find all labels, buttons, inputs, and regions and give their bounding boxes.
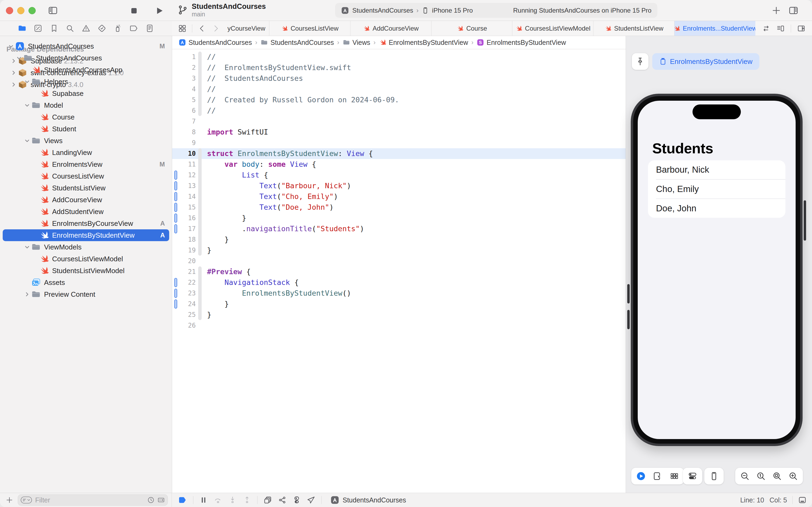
scheme-selector[interactable]: StudentsAndCourses › iPhone 15 Pro Runni… [335, 3, 657, 18]
breadcrumb-views[interactable]: Views [343, 39, 370, 47]
zoom-window-button[interactable] [28, 7, 36, 14]
live-preview-play-icon[interactable] [636, 471, 646, 481]
sidebar-item-studentsandcoursesapp[interactable]: StudentsAndCoursesApp [3, 64, 169, 76]
editor-options-icon[interactable] [776, 24, 785, 33]
sidebar-item-enrolmentsview[interactable]: EnrolmentsViewM [3, 158, 169, 170]
reports-icon[interactable] [145, 24, 154, 33]
breadcrumb-enrolmentsbystudentview[interactable]: EnrolmentsByStudentView [379, 39, 468, 47]
disclosure-down-icon[interactable] [23, 78, 31, 85]
sidebar-item-student[interactable]: Student [3, 123, 169, 135]
sidebar-item-views[interactable]: Views [3, 135, 169, 147]
appearance-icon[interactable] [292, 496, 301, 504]
sidebar-item-addcourseview[interactable]: AddCourseView [3, 194, 169, 206]
preferences-toggles-icon[interactable] [688, 471, 697, 481]
step-over-icon[interactable] [214, 496, 222, 504]
toggle-left-sidebar-icon[interactable] [48, 5, 58, 15]
code-line-20[interactable]: 20 [172, 256, 626, 266]
tab-enrolments-studentview[interactable]: Enrolments...StudentView [674, 21, 755, 36]
filter-icon[interactable] [20, 496, 33, 504]
zoom-out-icon[interactable] [740, 471, 750, 481]
tests-icon[interactable] [98, 24, 106, 33]
code-line-8[interactable]: 8import SwiftUI [172, 127, 626, 137]
toggle-debug-area-icon[interactable] [798, 496, 807, 504]
preview-target-pill[interactable]: EnrolmentsByStudentView [652, 53, 759, 70]
sidebar-item-studentsandcourses[interactable]: StudentsAndCourses [3, 52, 169, 64]
run-button[interactable] [154, 6, 164, 16]
code-line-24[interactable]: 24 } [172, 299, 626, 309]
add-file-button[interactable] [5, 496, 13, 504]
zoom-in-icon[interactable] [789, 471, 798, 481]
sidebar-item-studentsandcourses[interactable]: StudentsAndCoursesM [3, 40, 169, 52]
sidebar-item-enrolmentsbystudentview[interactable]: EnrolmentsByStudentViewA [3, 229, 169, 241]
disclosure-right-icon[interactable] [23, 291, 31, 298]
scheme-project[interactable]: StudentsAndCourses [352, 7, 413, 14]
disclosure-down-icon[interactable] [23, 102, 31, 109]
running-app-label[interactable]: StudentsAndCourses [343, 496, 406, 504]
code-line-13[interactable]: 13 Text("Barbour, Nick") [172, 180, 626, 191]
sidebar-item-course[interactable]: Course [3, 111, 169, 123]
code-line-15[interactable]: 15 Text("Doe, John") [172, 202, 626, 213]
code-line-21[interactable]: 21#Preview { [172, 266, 626, 277]
code-line-9[interactable]: 9 [172, 137, 626, 148]
source-control-icon[interactable] [34, 24, 43, 33]
code-line-23[interactable]: 23 EnrolmentsByStudentView() [172, 288, 626, 299]
adjust-editor-icon[interactable] [762, 24, 770, 33]
code-line-18[interactable]: 18 } [172, 234, 626, 245]
related-items-icon[interactable] [178, 24, 187, 33]
sidebar-item-studentslistview[interactable]: StudentsListView [3, 182, 169, 194]
view-hierarchy-icon[interactable] [264, 496, 272, 504]
code-line-22[interactable]: 22 NavigationStack { [172, 277, 626, 288]
code-line-12[interactable]: 12 List { [172, 170, 626, 180]
tab-ycourseview[interactable]: yCourseView [225, 21, 269, 36]
issues-icon[interactable] [81, 24, 91, 33]
show-changes-icon[interactable] [157, 496, 165, 504]
bookmarks-icon[interactable] [50, 24, 59, 33]
sidebar-item-model[interactable]: Model [3, 99, 169, 111]
code-line-10[interactable]: 10struct EnrolmentsByStudentView: View { [172, 148, 626, 159]
breadcrumb-studentsandcourses[interactable]: StudentsAndCourses [179, 39, 252, 47]
stop-button[interactable] [129, 6, 138, 15]
disclosure-down-icon[interactable] [23, 243, 31, 250]
memory-graph-icon[interactable] [278, 496, 287, 504]
code-line-2[interactable]: 2// EnrolmentsByStudentView.swift [172, 62, 626, 73]
step-out-icon[interactable] [243, 496, 251, 504]
sidebar-item-supabase[interactable]: Supabase [3, 88, 169, 99]
tab-courseslistview[interactable]: CoursesListView [269, 21, 350, 36]
code-line-5[interactable]: 5// Created by Russell Gordon on 2024-06… [172, 95, 626, 105]
zoom-100-icon[interactable] [756, 471, 766, 481]
disclosure-down-icon[interactable] [7, 43, 15, 50]
disclosure-down-icon[interactable] [15, 55, 23, 61]
find-icon[interactable] [65, 24, 74, 33]
sidebar-item-courseslistview[interactable]: CoursesListView [3, 170, 169, 182]
minimize-button[interactable] [17, 7, 24, 14]
sidebar-item-enrolmentsbycourseview[interactable]: EnrolmentsByCourseViewA [3, 218, 169, 229]
sidebar-item-addstudentview[interactable]: AddStudentView [3, 206, 169, 218]
sidebar-item-viewmodels[interactable]: ViewModels [3, 241, 169, 253]
pin-preview-button[interactable] [632, 53, 648, 70]
zoom-fit-icon[interactable] [772, 471, 782, 481]
preview-screen[interactable]: Students Barbour, NickCho, EmilyDoe, Joh… [638, 101, 796, 439]
breakpoints-toggle-icon[interactable] [177, 496, 187, 504]
sidebar-item-landingview[interactable]: LandingView [3, 147, 169, 158]
debug-icon[interactable] [113, 24, 122, 33]
sidebar-item-courseslistviewmodel[interactable]: CoursesListViewModel [3, 253, 169, 265]
code-line-17[interactable]: 17 .navigationTitle("Students") [172, 223, 626, 234]
add-button[interactable] [771, 5, 781, 15]
sidebar-item-assets[interactable]: Assets [3, 277, 169, 288]
student-row[interactable]: Barbour, Nick [648, 160, 786, 179]
recent-files-icon[interactable] [147, 496, 155, 504]
sidebar-item-helpers[interactable]: Helpers [3, 76, 169, 88]
sidebar-item-preview-content[interactable]: Preview Content [3, 288, 169, 300]
tab-course[interactable]: Course [431, 21, 512, 36]
close-button[interactable] [6, 7, 13, 14]
device-settings-icon[interactable] [709, 471, 719, 481]
code-line-11[interactable]: 11 var body: some View { [172, 159, 626, 170]
student-row[interactable]: Doe, John [656, 199, 786, 218]
go-forward-button[interactable] [212, 24, 220, 33]
code-line-19[interactable]: 19} [172, 245, 626, 256]
scheme-device[interactable]: iPhone 15 Pro [432, 7, 473, 14]
add-editor-icon[interactable] [797, 24, 806, 33]
toggle-right-sidebar-icon[interactable] [789, 5, 799, 15]
project-navigator-icon[interactable] [18, 24, 26, 33]
breadcrumb-enrolmentsbystudentview[interactable]: SEnrolmentsByStudentView [477, 39, 566, 47]
